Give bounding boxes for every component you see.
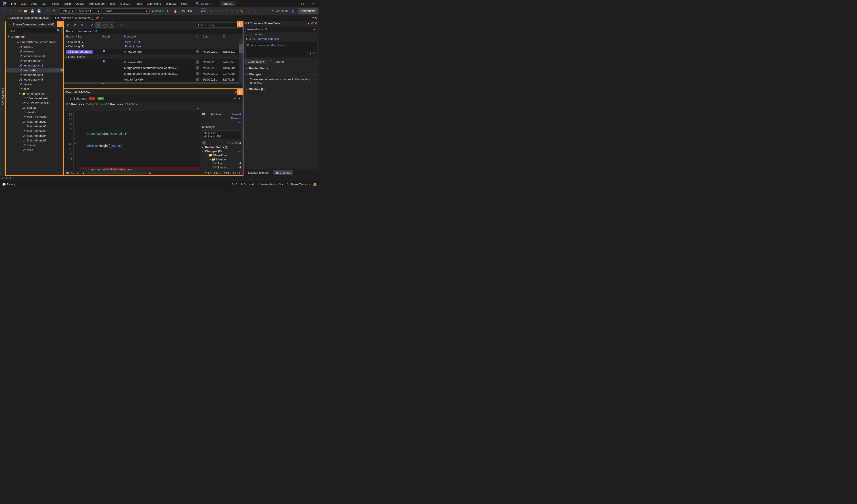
pin-icon[interactable]: 📌	[310, 22, 314, 25]
commit-row-selected[interactable]: closes #2 similar to #105/17/2023...5b95…	[64, 82, 242, 84]
solution-name-pill[interactable]: ShareX	[220, 1, 236, 6]
menu-build[interactable]: Build	[62, 1, 73, 6]
filter-branch-icon[interactable]: ⎇	[89, 22, 94, 28]
save-icon[interactable]: 💾	[30, 9, 35, 14]
status-sync[interactable]: ↑↓ 1 / 0	[228, 183, 237, 186]
branch-item[interactable]: ⎇misc	[6, 87, 63, 91]
branch-filter-input[interactable]: Filter 🔍	[7, 28, 62, 33]
target-dropdown[interactable]: ShareX▾	[103, 9, 150, 14]
changed-file[interactable]: C# Enums....M	[202, 166, 241, 169]
menu-git[interactable]: Git	[39, 1, 48, 6]
remote-branch-item[interactable]: ⎇featurebranch5	[6, 138, 63, 143]
branch-item[interactable]: ⎇featurebranch1	[6, 58, 63, 63]
overflow-icon[interactable]: ⋯	[194, 9, 200, 14]
menu-debug[interactable]: Debug	[73, 1, 86, 6]
menu-window[interactable]: Window	[164, 1, 178, 6]
branch-dropdown[interactable]: featurebranch3▾	[245, 27, 317, 32]
refresh-icon[interactable]: ⟳	[66, 22, 71, 28]
redo-icon[interactable]: ↷	[51, 9, 57, 14]
commit-message-input[interactable]: Enter a message <Required> #|ⓘ	[245, 42, 317, 57]
undo-icon[interactable]: ↶	[45, 9, 50, 14]
fetch-link[interactable]: Fetch	[124, 40, 133, 43]
remote-branch-item[interactable]: ⎇featurebranch2	[6, 124, 63, 129]
remote-branch-item[interactable]: ⎇16-update-the-h...	[6, 96, 63, 101]
start-debug-button[interactable]: ▶ Start ▾	[151, 10, 164, 13]
changes-section[interactable]: Changes⋯	[243, 71, 319, 77]
config-dropdown[interactable]: Debug▾	[60, 9, 75, 14]
pin-icon[interactable]: 📌	[95, 16, 99, 20]
remotes-root-node[interactable]: 📁remotes/origin	[6, 91, 63, 96]
sync-link[interactable]: Sync	[135, 45, 143, 48]
reset-link[interactable]: Reset	[231, 117, 238, 120]
preview-button[interactable]: PREVIEW	[298, 8, 318, 14]
remote-branch-item[interactable]: ⎇29-vs-live-specifi...	[6, 101, 63, 105]
prev-change-icon[interactable]: ↑	[66, 97, 68, 100]
more-icon[interactable]: ⋯	[238, 150, 241, 153]
remote-branch-item[interactable]: ⎇featurebranch3	[6, 129, 63, 133]
zoom-level[interactable]: 100 %	[66, 171, 74, 175]
stashes-section[interactable]: Stashes (2)	[243, 86, 319, 92]
output-panel-header[interactable]: Output	[0, 176, 319, 181]
menu-architecture[interactable]: Architecture	[87, 1, 107, 6]
nav-forward-icon[interactable]: ⟳	[8, 9, 13, 14]
remote-branch-item[interactable]: ⎇bugfix1	[6, 105, 63, 110]
branch-item[interactable]: ⎇featurebranch2	[6, 63, 63, 68]
abc-spellcheck-icon[interactable]: abc	[201, 9, 206, 14]
horiz-scrollbar[interactable]	[88, 171, 146, 174]
commit-row[interactable]: Add fix for #105/10/2023...8a57fb26	[64, 77, 242, 82]
revert-link[interactable]: Revert	[232, 113, 241, 116]
pull-icon[interactable]: ⊙	[79, 22, 84, 28]
status-errors[interactable]: ✎ 0	[240, 183, 246, 186]
changed-file[interactable]: C# Resi...M	[202, 162, 241, 165]
push-icon[interactable]: ↑	[252, 33, 254, 36]
image-tool-icon[interactable]: 🖼▾	[187, 9, 193, 14]
graph-mode-2-icon[interactable]: ⎌⎌	[102, 22, 107, 28]
commit-row[interactable]: Merge branch 'featurebranch3' of https:/…	[64, 65, 242, 71]
platform-dropdown[interactable]: Any CPU▾	[77, 9, 101, 14]
nav-back-icon[interactable]: ⟲	[1, 9, 7, 14]
info-icon[interactable]: ⓘ	[313, 52, 316, 56]
menu-test[interactable]: Test	[107, 1, 117, 6]
commit-all-button[interactable]: Commit All▾	[245, 59, 267, 64]
graph-mode-1-icon[interactable]: ⎌	[96, 22, 101, 28]
menu-extensions[interactable]: Extensions	[145, 1, 163, 6]
remote-branch-item[interactable]: ⎇develop	[6, 110, 63, 115]
status-warnings[interactable]: ⚠ 0	[249, 183, 254, 186]
menu-project[interactable]: Project	[48, 1, 62, 6]
branches-section-header[interactable]: Branches	[6, 34, 63, 40]
sync-icon[interactable]: ⟳	[255, 33, 257, 36]
start-no-debug-icon[interactable]: ▷	[166, 9, 171, 14]
diff-settings-icon[interactable]	[234, 97, 237, 100]
commit-row[interactable]: #8 closes #107/19/2023...9e45c6ed	[64, 59, 242, 65]
changes-expander[interactable]: Changes (2)⋯	[202, 150, 241, 153]
close-button[interactable]: ✕	[309, 1, 318, 6]
fetch-icon[interactable]: ↙	[246, 33, 248, 36]
remote-branch-item[interactable]: ⎇master	[6, 143, 63, 148]
push-link[interactable]: Push	[124, 45, 133, 48]
tab-app-instance[interactable]: ApplicationInstanceManager.cs	[5, 15, 52, 20]
branch-item-current[interactable]: ⎇featurebr... ↑↓ 1 / 0	[6, 68, 63, 72]
tab-solution-explorer[interactable]: Solution Explorer	[245, 170, 272, 175]
fetch-icon[interactable]: ⊘	[72, 22, 78, 28]
status-branch[interactable]: ⎇ featurebranch3 ▴	[257, 183, 283, 186]
pull-link[interactable]: Pull	[135, 40, 142, 43]
local-history-section[interactable]: Local History	[64, 54, 242, 59]
maximize-button[interactable]: ▢	[298, 1, 307, 6]
branch-item[interactable]: ⎇bugfix1	[6, 45, 63, 49]
status-repo[interactable]: 🗀 ShareXDemo ▴	[286, 183, 310, 186]
next-change-icon[interactable]: ↓	[70, 97, 71, 100]
panel-close-icon[interactable]: ✕	[315, 22, 317, 25]
branch-item[interactable]: ⎇featurebranch4	[6, 72, 63, 77]
open-folder-icon[interactable]: 📂	[23, 9, 28, 14]
more-icon[interactable]: ⋯	[259, 33, 262, 36]
tag-icon[interactable]: ◇	[109, 22, 114, 28]
outgoing-section-row[interactable]: Outgoing (1) Push | Sync	[64, 44, 242, 49]
remote-branch-item[interactable]: ⎇featurebranch1	[6, 119, 63, 124]
related-items-section[interactable]: Related Items	[243, 65, 319, 71]
remote-branch-item[interactable]: ⎇misc	[6, 148, 63, 152]
menu-file[interactable]: File	[9, 1, 18, 6]
search-box[interactable]: 🔍 Search	[196, 2, 213, 5]
tab-git-changes[interactable]: Git Changes	[273, 170, 293, 175]
commit-row[interactable]: Merge branch 'featurebranch3' of https:/…	[64, 71, 242, 77]
browse-icon[interactable]: 🗀	[181, 9, 186, 14]
